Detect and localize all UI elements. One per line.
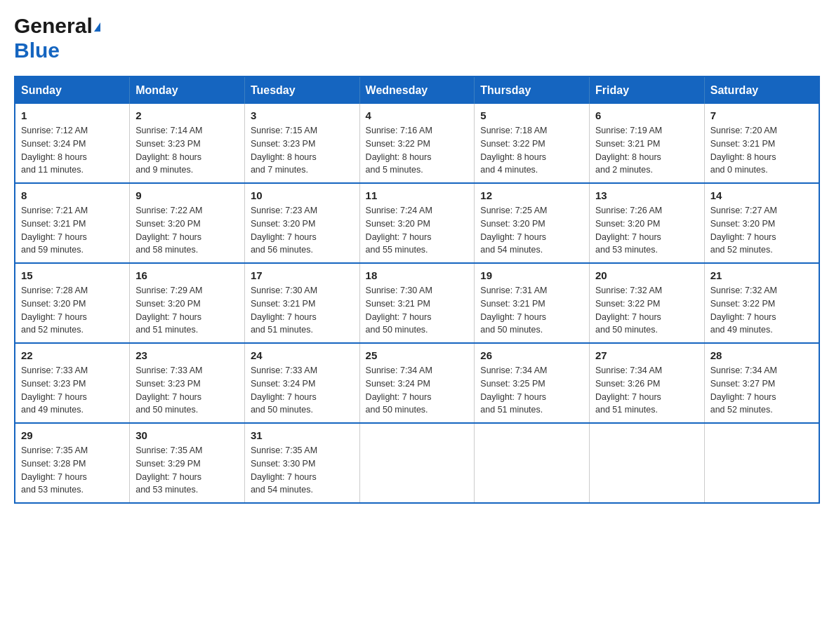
day-info: Sunrise: 7:35 AMSunset: 3:30 PMDaylight:… bbox=[251, 444, 354, 497]
day-number: 4 bbox=[366, 109, 469, 121]
day-number: 3 bbox=[251, 109, 354, 121]
calendar-cell: 27 Sunrise: 7:34 AMSunset: 3:26 PMDaylig… bbox=[590, 343, 705, 423]
logo-general-text: General bbox=[14, 14, 93, 37]
day-number: 8 bbox=[21, 189, 124, 201]
day-info: Sunrise: 7:30 AMSunset: 3:21 PMDaylight:… bbox=[251, 284, 354, 337]
day-header-friday: Friday bbox=[590, 76, 705, 104]
calendar-cell: 19 Sunrise: 7:31 AMSunset: 3:21 PMDaylig… bbox=[475, 263, 590, 343]
calendar-cell: 29 Sunrise: 7:35 AMSunset: 3:28 PMDaylig… bbox=[15, 423, 130, 503]
day-number: 12 bbox=[480, 189, 583, 201]
day-info: Sunrise: 7:30 AMSunset: 3:21 PMDaylight:… bbox=[366, 284, 469, 337]
calendar-cell: 28 Sunrise: 7:34 AMSunset: 3:27 PMDaylig… bbox=[704, 343, 819, 423]
calendar-cell: 6 Sunrise: 7:19 AMSunset: 3:21 PMDayligh… bbox=[590, 104, 705, 183]
day-info: Sunrise: 7:31 AMSunset: 3:21 PMDaylight:… bbox=[480, 284, 583, 337]
day-number: 16 bbox=[135, 269, 239, 281]
day-info: Sunrise: 7:32 AMSunset: 3:22 PMDaylight:… bbox=[710, 284, 813, 337]
calendar-cell bbox=[475, 423, 590, 503]
week-row-5: 29 Sunrise: 7:35 AMSunset: 3:28 PMDaylig… bbox=[15, 423, 819, 503]
calendar-cell: 1 Sunrise: 7:12 AMSunset: 3:24 PMDayligh… bbox=[15, 104, 130, 183]
day-info: Sunrise: 7:29 AMSunset: 3:20 PMDaylight:… bbox=[135, 284, 239, 337]
day-number: 18 bbox=[366, 269, 469, 281]
logo: General Blue bbox=[14, 14, 100, 62]
day-number: 1 bbox=[21, 109, 124, 121]
calendar-cell: 21 Sunrise: 7:32 AMSunset: 3:22 PMDaylig… bbox=[704, 263, 819, 343]
day-number: 13 bbox=[595, 189, 699, 201]
calendar-cell: 23 Sunrise: 7:33 AMSunset: 3:23 PMDaylig… bbox=[130, 343, 245, 423]
day-number: 27 bbox=[595, 349, 699, 361]
calendar-cell: 17 Sunrise: 7:30 AMSunset: 3:21 PMDaylig… bbox=[244, 263, 359, 343]
day-info: Sunrise: 7:21 AMSunset: 3:21 PMDaylight:… bbox=[21, 204, 124, 257]
calendar-cell: 24 Sunrise: 7:33 AMSunset: 3:24 PMDaylig… bbox=[244, 343, 359, 423]
day-number: 22 bbox=[21, 349, 124, 361]
day-info: Sunrise: 7:19 AMSunset: 3:21 PMDaylight:… bbox=[595, 124, 699, 177]
day-number: 24 bbox=[251, 349, 354, 361]
calendar-cell: 18 Sunrise: 7:30 AMSunset: 3:21 PMDaylig… bbox=[359, 263, 475, 343]
day-info: Sunrise: 7:28 AMSunset: 3:20 PMDaylight:… bbox=[21, 284, 124, 337]
calendar-cell: 30 Sunrise: 7:35 AMSunset: 3:29 PMDaylig… bbox=[130, 423, 245, 503]
day-info: Sunrise: 7:34 AMSunset: 3:26 PMDaylight:… bbox=[595, 364, 699, 417]
day-info: Sunrise: 7:34 AMSunset: 3:27 PMDaylight:… bbox=[710, 364, 813, 417]
day-info: Sunrise: 7:32 AMSunset: 3:22 PMDaylight:… bbox=[595, 284, 699, 337]
day-number: 9 bbox=[135, 189, 239, 201]
calendar-cell: 12 Sunrise: 7:25 AMSunset: 3:20 PMDaylig… bbox=[475, 183, 590, 263]
day-info: Sunrise: 7:35 AMSunset: 3:28 PMDaylight:… bbox=[21, 444, 124, 497]
day-header-tuesday: Tuesday bbox=[244, 76, 359, 104]
week-row-2: 8 Sunrise: 7:21 AMSunset: 3:21 PMDayligh… bbox=[15, 183, 819, 263]
calendar-cell bbox=[359, 423, 475, 503]
day-number: 25 bbox=[366, 349, 469, 361]
day-info: Sunrise: 7:12 AMSunset: 3:24 PMDaylight:… bbox=[21, 124, 124, 177]
day-number: 31 bbox=[251, 429, 354, 441]
calendar-table: SundayMondayTuesdayWednesdayThursdayFrid… bbox=[14, 76, 820, 504]
day-info: Sunrise: 7:34 AMSunset: 3:24 PMDaylight:… bbox=[366, 364, 469, 417]
day-number: 23 bbox=[135, 349, 239, 361]
calendar-cell: 2 Sunrise: 7:14 AMSunset: 3:23 PMDayligh… bbox=[130, 104, 245, 183]
day-info: Sunrise: 7:33 AMSunset: 3:23 PMDaylight:… bbox=[21, 364, 124, 417]
calendar-cell: 20 Sunrise: 7:32 AMSunset: 3:22 PMDaylig… bbox=[590, 263, 705, 343]
day-number: 5 bbox=[480, 109, 583, 121]
day-info: Sunrise: 7:33 AMSunset: 3:23 PMDaylight:… bbox=[135, 364, 239, 417]
page-header: General Blue bbox=[14, 14, 820, 62]
day-number: 30 bbox=[135, 429, 239, 441]
day-number: 11 bbox=[366, 189, 469, 201]
day-header-sunday: Sunday bbox=[15, 76, 130, 104]
day-number: 17 bbox=[251, 269, 354, 281]
calendar-cell: 4 Sunrise: 7:16 AMSunset: 3:22 PMDayligh… bbox=[359, 104, 475, 183]
day-info: Sunrise: 7:24 AMSunset: 3:20 PMDaylight:… bbox=[366, 204, 469, 257]
calendar-cell: 15 Sunrise: 7:28 AMSunset: 3:20 PMDaylig… bbox=[15, 263, 130, 343]
day-info: Sunrise: 7:33 AMSunset: 3:24 PMDaylight:… bbox=[251, 364, 354, 417]
day-number: 20 bbox=[595, 269, 699, 281]
day-header-saturday: Saturday bbox=[704, 76, 819, 104]
day-number: 7 bbox=[710, 109, 813, 121]
logo-blue-text: Blue bbox=[14, 39, 60, 62]
day-info: Sunrise: 7:20 AMSunset: 3:21 PMDaylight:… bbox=[710, 124, 813, 177]
day-info: Sunrise: 7:34 AMSunset: 3:25 PMDaylight:… bbox=[480, 364, 583, 417]
day-number: 26 bbox=[480, 349, 583, 361]
logo-triangle-icon bbox=[94, 22, 100, 32]
calendar-header-row: SundayMondayTuesdayWednesdayThursdayFrid… bbox=[15, 76, 819, 104]
day-info: Sunrise: 7:14 AMSunset: 3:23 PMDaylight:… bbox=[135, 124, 239, 177]
day-info: Sunrise: 7:16 AMSunset: 3:22 PMDaylight:… bbox=[366, 124, 469, 177]
calendar-cell: 26 Sunrise: 7:34 AMSunset: 3:25 PMDaylig… bbox=[475, 343, 590, 423]
calendar-cell: 22 Sunrise: 7:33 AMSunset: 3:23 PMDaylig… bbox=[15, 343, 130, 423]
day-info: Sunrise: 7:18 AMSunset: 3:22 PMDaylight:… bbox=[480, 124, 583, 177]
day-number: 21 bbox=[710, 269, 813, 281]
day-number: 14 bbox=[710, 189, 813, 201]
calendar-cell: 5 Sunrise: 7:18 AMSunset: 3:22 PMDayligh… bbox=[475, 104, 590, 183]
calendar-cell bbox=[590, 423, 705, 503]
day-number: 15 bbox=[21, 269, 124, 281]
day-info: Sunrise: 7:25 AMSunset: 3:20 PMDaylight:… bbox=[480, 204, 583, 257]
day-header-monday: Monday bbox=[130, 76, 245, 104]
calendar-cell: 3 Sunrise: 7:15 AMSunset: 3:23 PMDayligh… bbox=[244, 104, 359, 183]
calendar-cell: 14 Sunrise: 7:27 AMSunset: 3:20 PMDaylig… bbox=[704, 183, 819, 263]
day-number: 29 bbox=[21, 429, 124, 441]
calendar-cell bbox=[704, 423, 819, 503]
day-info: Sunrise: 7:27 AMSunset: 3:20 PMDaylight:… bbox=[710, 204, 813, 257]
calendar-cell: 11 Sunrise: 7:24 AMSunset: 3:20 PMDaylig… bbox=[359, 183, 475, 263]
week-row-1: 1 Sunrise: 7:12 AMSunset: 3:24 PMDayligh… bbox=[15, 104, 819, 183]
week-row-4: 22 Sunrise: 7:33 AMSunset: 3:23 PMDaylig… bbox=[15, 343, 819, 423]
calendar-cell: 25 Sunrise: 7:34 AMSunset: 3:24 PMDaylig… bbox=[359, 343, 475, 423]
day-number: 10 bbox=[251, 189, 354, 201]
calendar-cell: 16 Sunrise: 7:29 AMSunset: 3:20 PMDaylig… bbox=[130, 263, 245, 343]
day-info: Sunrise: 7:15 AMSunset: 3:23 PMDaylight:… bbox=[251, 124, 354, 177]
day-info: Sunrise: 7:22 AMSunset: 3:20 PMDaylight:… bbox=[135, 204, 239, 257]
